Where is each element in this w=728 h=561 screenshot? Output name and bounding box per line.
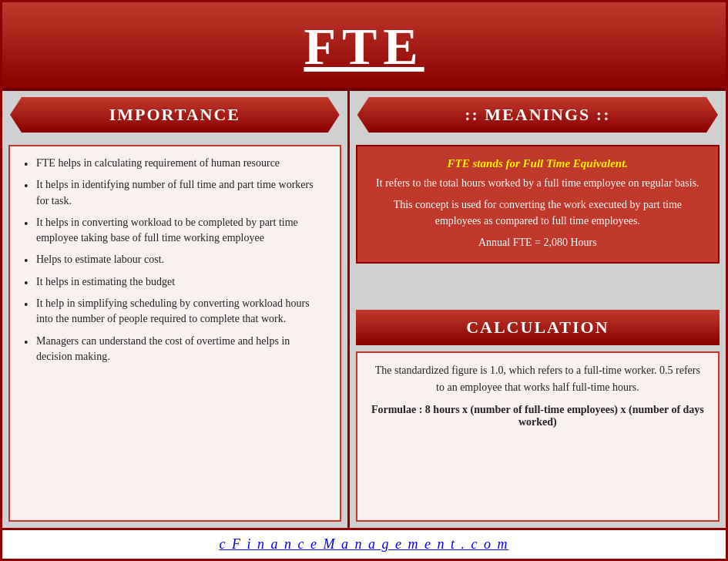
meanings-section: :: MEANINGS :: FTE stands for Full Time … bbox=[350, 91, 726, 310]
left-column: IMPORTANCE FTE helps in calculating requ… bbox=[2, 91, 350, 528]
meanings-bold-title: FTE stands for Full Time Equivalent. bbox=[370, 157, 706, 170]
meanings-text-1: It refers to the total hours worked by a… bbox=[370, 175, 706, 192]
meanings-header-text: :: MEANINGS :: bbox=[465, 105, 610, 124]
page-title: FTE bbox=[304, 17, 424, 76]
importance-content-box: FTE helps in calculating requirement of … bbox=[8, 145, 341, 522]
importance-list-item: It helps in identifying number of full t… bbox=[22, 177, 327, 209]
right-column: :: MEANINGS :: FTE stands for Full Time … bbox=[350, 91, 726, 528]
importance-list-item: Helps to estimate labour cost. bbox=[22, 252, 327, 267]
importance-header: IMPORTANCE bbox=[10, 97, 340, 133]
importance-list-item: It helps in converting workload to be co… bbox=[22, 215, 327, 247]
importance-list-item: It help in simplifying scheduling by con… bbox=[22, 296, 327, 328]
content-row: IMPORTANCE FTE helps in calculating requ… bbox=[2, 91, 726, 528]
header-section: FTE bbox=[2, 2, 726, 91]
meanings-text-3: Annual FTE = 2,080 Hours bbox=[370, 234, 706, 251]
footer-link[interactable]: c F i n a n c e M a n a g e m e n t . c … bbox=[220, 536, 509, 552]
page-wrapper: FTE IMPORTANCE FTE helps in calculating … bbox=[0, 0, 728, 561]
calculation-section: CALCULATION The standardized figure is 1… bbox=[350, 310, 726, 529]
footer-section: c F i n a n c e M a n a g e m e n t . c … bbox=[2, 528, 726, 559]
importance-list-item: FTE helps in calculating requirement of … bbox=[22, 156, 327, 171]
calculation-content-box: The standardized figure is 1.0, which re… bbox=[356, 351, 720, 522]
importance-list-item: It helps in estimating the budget bbox=[22, 274, 327, 290]
importance-list: FTE helps in calculating requirement of … bbox=[22, 156, 327, 364]
meanings-content-box: FTE stands for Full Time Equivalent. It … bbox=[356, 145, 720, 264]
importance-list-item: Managers can understand the cost of over… bbox=[22, 334, 327, 365]
calc-text-1: The standardized figure is 1.0, which re… bbox=[370, 362, 706, 397]
calculation-header-text: CALCULATION bbox=[466, 317, 609, 337]
meanings-text-2: This concept is used for converting the … bbox=[370, 197, 706, 230]
calculation-header: CALCULATION bbox=[356, 310, 720, 345]
importance-header-text: IMPORTANCE bbox=[109, 105, 240, 124]
calc-text-2: Formulae : 8 hours x (number of full-tim… bbox=[370, 404, 706, 428]
meanings-header: :: MEANINGS :: bbox=[357, 97, 718, 133]
